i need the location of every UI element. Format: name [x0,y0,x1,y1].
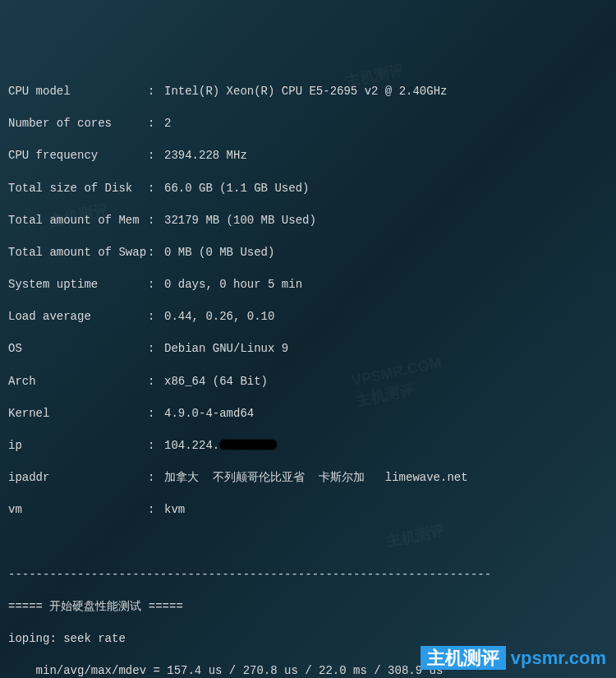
watermark: 主机测评vpsmr.com [411,620,606,671]
label: Total amount of Mem [8,213,148,229]
disk-test-header: ===== 开始硬盘性能测试 ===== [8,599,608,616]
value: 32179 MB (100 MB Used) [164,214,316,227]
ip-row: ip:104.224. [8,438,608,454]
value: 104.224. [164,439,219,452]
value: 0.44, 0.26, 0.10 [164,310,274,323]
divider [8,535,608,551]
value: 加拿大 不列颠哥伦比亚省 卡斯尔加 limewave.net [164,471,468,484]
disk-row: Total size of Disk:66.0 GB (1.1 GB Used) [8,181,608,197]
divider: ----------------------------------------… [8,567,608,583]
mem-row: Total amount of Mem:32179 MB (100 MB Use… [8,213,608,229]
value: kvm [164,503,185,516]
value: 0 MB (0 MB Used) [164,246,274,259]
label: vm [8,502,148,519]
label: Total amount of Swap [8,245,148,261]
watermark-en: vpsmr.com [511,648,606,668]
cores-row: Number of cores:2 [8,116,608,132]
value: x86_64 (64 Bit) [164,375,268,388]
value: 2 [164,117,171,130]
cpu-model-row: CPU model:Intel(R) Xeon(R) CPU E5-2695 v… [8,84,608,100]
label: Load average [8,309,148,325]
label: ipaddr [8,470,148,487]
swap-row: Total amount of Swap:0 MB (0 MB Used) [8,245,608,261]
os-row: OS:Debian GNU/Linux 9 [8,341,608,357]
redacted-ip [219,440,277,450]
label: Total size of Disk [8,181,148,197]
watermark-zh: 主机测评 [421,646,506,670]
label: Arch [8,374,148,390]
uptime-row: System uptime:0 days, 0 hour 5 min [8,277,608,293]
value: Debian GNU/Linux 9 [164,342,288,355]
label: System uptime [8,277,148,293]
freq-row: CPU frequency:2394.228 MHz [8,148,608,164]
value: Intel(R) Xeon(R) CPU E5-2695 v2 @ 2.40GH… [164,85,447,98]
value: 2394.228 MHz [164,149,247,162]
label: CPU model [8,84,148,100]
label: Kernel [8,406,148,422]
kernel-row: Kernel:4.9.0-4-amd64 [8,406,608,422]
vm-row: vm:kvm [8,502,608,519]
value: 4.9.0-4-amd64 [164,407,254,420]
label: OS [8,341,148,357]
value: 0 days, 0 hour 5 min [164,278,302,291]
value: 66.0 GB (1.1 GB Used) [164,182,309,195]
load-row: Load average:0.44, 0.26, 0.10 [8,309,608,325]
terminal-output: CPU model:Intel(R) Xeon(R) CPU E5-2695 v… [8,67,608,678]
label: ip [8,438,148,454]
label: Number of cores [8,116,148,132]
arch-row: Arch:x86_64 (64 Bit) [8,374,608,390]
label: CPU frequency [8,148,148,164]
ipaddr-row: ipaddr:加拿大 不列颠哥伦比亚省 卡斯尔加 limewave.net [8,470,608,487]
